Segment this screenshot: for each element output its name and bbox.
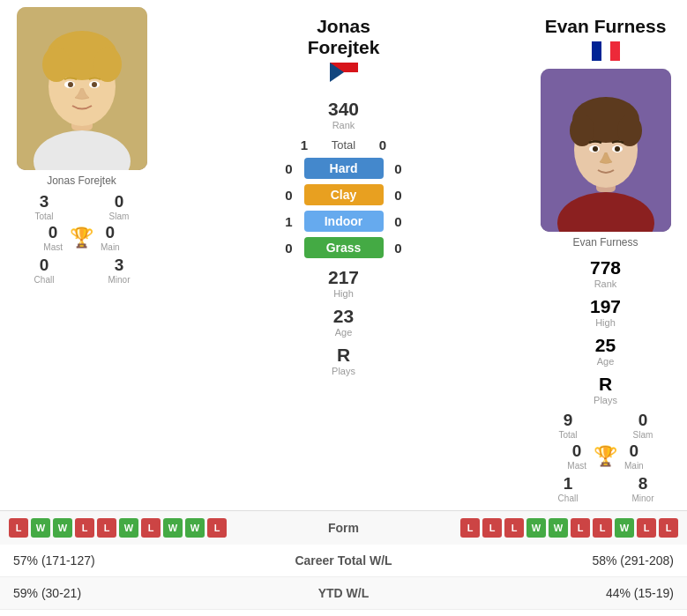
stats-left-1: 59% (30-21)	[0, 577, 229, 610]
jonas-total-value: 3	[11, 192, 78, 212]
form-pill-l: L	[659, 518, 678, 538]
indoor-badge: Indoor	[304, 211, 384, 232]
form-pill-l: L	[75, 518, 94, 538]
evan-plays-block: R Plays	[594, 374, 617, 405]
form-pill-l: L	[9, 518, 28, 538]
jonas-trophy-row: 0 Mast 🏆 0 Main	[43, 223, 119, 252]
evan-high-label: High	[590, 317, 621, 328]
evan-rank-block: 778 Rank	[590, 257, 621, 289]
jonas-age-label: Age	[333, 327, 354, 338]
indoor-row: 1 Indoor 0	[281, 211, 407, 232]
evan-slam-value: 0	[610, 411, 676, 430]
evan-high-value: 197	[590, 296, 621, 317]
evan-main-cell: 0 Main	[624, 442, 644, 471]
evan-trophy-row: 0 Mast 🏆 0 Main	[567, 442, 643, 471]
evan-mast-label: Mast	[567, 461, 586, 471]
jonas-plays-value: R	[332, 345, 355, 366]
czech-flag	[330, 63, 358, 85]
svg-rect-14	[592, 41, 601, 61]
stats-right-1: 44% (15-19)	[458, 577, 687, 610]
total-row: 1 Total 0	[296, 137, 391, 152]
main-container: Jonas Forejtek 3 Total 0 Slam 0 Mast 🏆	[0, 0, 687, 616]
evan-age-value: 25	[595, 335, 616, 356]
form-pill-w: W	[119, 518, 138, 538]
right-player-col: Evan Furness	[528, 7, 683, 503]
jonas-main-value: 0	[101, 223, 120, 242]
form-pill-w: W	[615, 518, 634, 538]
evan-minor-value: 8	[610, 474, 676, 494]
evan-name-label: Evan Furness	[572, 236, 638, 249]
svg-point-5	[42, 47, 71, 82]
jonas-main-cell: 0 Main	[101, 223, 120, 252]
evan-mast-cell: 0 Mast	[567, 442, 586, 471]
jonas-plays-block: R Plays	[332, 345, 355, 376]
stats-label-0: Career Total W/L	[229, 545, 459, 577]
evan-chall-cell: 1 Chall	[535, 474, 601, 503]
form-pill-l: L	[637, 518, 656, 538]
hard-row: 0 Hard 0	[281, 158, 407, 179]
svg-rect-15	[601, 41, 610, 61]
total-label: Total	[319, 138, 368, 152]
jonas-silhouette	[17, 7, 147, 170]
clay-row: 0 Clay 0	[281, 184, 407, 205]
players-layout: Jonas Forejtek 3 Total 0 Slam 0 Mast 🏆	[0, 0, 687, 510]
hard-score-right: 0	[391, 161, 407, 176]
evan-rank-value: 778	[590, 257, 621, 278]
jonas-total-cell: 3 Total	[11, 192, 78, 221]
evan-slam-cell: 0 Slam	[610, 411, 676, 440]
jonas-age-value: 23	[333, 306, 354, 327]
jonas-rank-label: Rank	[328, 120, 359, 130]
jonas-minor-value: 3	[86, 256, 153, 275]
right-form-pills: LLLWWLLWLL	[460, 518, 678, 538]
left-form-pills: LWWLLWLWWL	[9, 518, 227, 538]
evan-plays-value: R	[594, 374, 617, 395]
indoor-score-right: 0	[391, 214, 407, 229]
form-pill-w: W	[549, 518, 568, 538]
form-pill-w: W	[185, 518, 205, 538]
stats-right-0: 58% (291-208)	[458, 545, 687, 577]
left-player-col: Jonas Forejtek 3 Total 0 Slam 0 Mast 🏆	[4, 7, 159, 503]
stats-label-2: Career Prize Money	[229, 610, 459, 617]
jonas-chall-minor: 0 Chall 3 Minor	[11, 256, 153, 285]
svg-point-8	[68, 82, 73, 87]
trophy-icon-right: 🏆	[594, 445, 617, 468]
svg-rect-16	[610, 41, 620, 61]
svg-point-6	[93, 47, 122, 82]
svg-point-27	[615, 146, 620, 152]
form-section: LWWLLWLWWL Form LLLWWLLWLL	[0, 510, 687, 545]
svg-point-25	[593, 146, 598, 152]
jonas-rank-value: 340	[328, 99, 359, 120]
jonas-name-label: Jonas Forejtek	[47, 174, 116, 187]
jonas-rank-block: 340 Rank	[328, 99, 359, 130]
grass-badge: Grass	[304, 237, 384, 258]
stats-row-0: 57% (171-127)Career Total W/L58% (291-20…	[0, 545, 687, 577]
clay-score-right: 0	[391, 188, 407, 203]
clay-score-left: 0	[281, 188, 297, 203]
evan-rank-label: Rank	[590, 278, 621, 289]
grass-score-right: 0	[391, 241, 407, 256]
evan-chall-value: 1	[535, 474, 601, 494]
evan-stats-grid: 9 Total 0 Slam	[535, 411, 676, 440]
form-pill-l: L	[504, 518, 524, 538]
jonas-mast-cell: 0 Mast	[43, 223, 63, 252]
form-pill-w: W	[526, 518, 546, 538]
trophy-icon-left: 🏆	[70, 226, 93, 249]
form-pill-w: W	[31, 518, 50, 538]
form-pill-l: L	[207, 518, 227, 538]
form-pill-w: W	[53, 518, 72, 538]
jonas-slam-label: Slam	[86, 212, 153, 221]
form-pill-l: L	[482, 518, 502, 538]
jonas-age-block: 23 Age	[333, 306, 354, 338]
jonas-minor-label: Minor	[86, 275, 153, 285]
evan-mast-value: 0	[567, 442, 586, 461]
form-pill-w: W	[163, 518, 183, 538]
evan-photo	[541, 69, 671, 232]
total-score-left: 1	[296, 137, 312, 152]
jonas-stats-grid: 3 Total 0 Slam	[11, 192, 153, 221]
evan-name-top: Evan Furness	[545, 16, 667, 37]
jonas-slam-cell: 0 Slam	[86, 192, 153, 221]
stats-left-2: $7,425	[0, 610, 229, 617]
evan-total-value: 9	[535, 411, 601, 430]
evan-minor-label: Minor	[610, 494, 676, 503]
stats-table: 57% (171-127)Career Total W/L58% (291-20…	[0, 545, 687, 616]
